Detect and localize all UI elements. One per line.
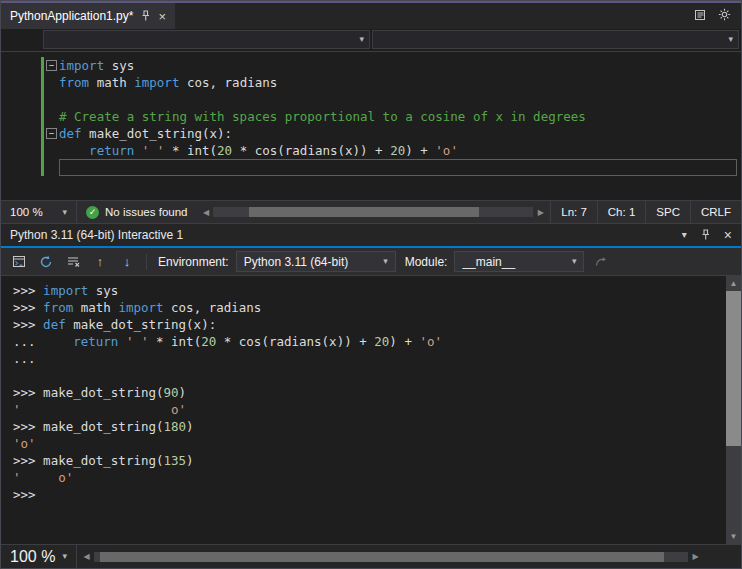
chevron-down-icon: ▾ xyxy=(62,552,67,561)
scroll-down-icon[interactable]: ▼ xyxy=(726,529,741,544)
zoom-control[interactable]: 100 % ▾ xyxy=(1,201,77,223)
interactive-window-titlebar[interactable]: Python 3.11 (64-bit) Interactive 1 ▾ × xyxy=(1,223,741,248)
interactive-console[interactable]: >>> import sys>>> from math import cos, … xyxy=(1,276,726,544)
issues-text: No issues found xyxy=(105,206,187,218)
environment-value: Python 3.11 (64-bit) xyxy=(244,255,349,269)
code-line[interactable]: −import sys xyxy=(1,57,741,74)
console-vertical-scrollbar[interactable]: ▲ ▼ xyxy=(726,276,741,544)
scrollbar-corner xyxy=(705,545,741,568)
window-list-icon[interactable] xyxy=(694,7,706,25)
module-label: Module: xyxy=(405,255,448,269)
clear-screen-icon[interactable] xyxy=(63,252,83,272)
interactive-toolbar: ↑ ↓ Environment: Python 3.11 (64-bit) ▾ … xyxy=(1,248,741,276)
chevron-down-icon: ▾ xyxy=(359,35,364,44)
code-line[interactable]: return ' ' * int(20 * cos(radians(x)) + … xyxy=(1,142,741,159)
chevron-down-icon: ▾ xyxy=(728,35,733,44)
console-line[interactable]: >>> make_dot_string(135) xyxy=(13,452,726,469)
console-line[interactable]: >>> import sys xyxy=(13,282,726,299)
scroll-right-icon[interactable]: ▶ xyxy=(534,208,547,217)
history-next-icon[interactable]: ↓ xyxy=(117,252,137,272)
interactive-status-bar: 100 % ▾ ◀ ▶ xyxy=(1,544,741,568)
scrollbar-thumb[interactable] xyxy=(249,207,479,217)
zoom-control[interactable]: 100 % ▾ xyxy=(1,545,77,568)
code-line[interactable]: from math import cos, radians xyxy=(1,74,741,91)
window-menu-chevron-icon[interactable]: ▾ xyxy=(682,230,687,240)
scrollbar-track[interactable] xyxy=(726,291,741,529)
close-icon[interactable]: × xyxy=(724,228,732,242)
interactive-titlebar-controls: ▾ × xyxy=(682,228,732,242)
scroll-left-icon[interactable]: ◀ xyxy=(199,208,212,217)
chevron-down-icon: ▾ xyxy=(62,208,67,217)
console-horizontal-scrollbar[interactable]: ◀ ▶ xyxy=(77,545,705,568)
console-line[interactable]: ... return ' ' * int(20 * cos(radians(x)… xyxy=(13,333,726,350)
editor-horizontal-scrollbar[interactable]: ◀ ▶ xyxy=(196,201,550,223)
editor-status-bar: 100 % ▾ ✓ No issues found ◀ ▶ Ln: 7 Ch: … xyxy=(1,200,741,223)
navbar-project-dropdown[interactable]: ▾ xyxy=(43,30,370,49)
status-line-ending: CRLF xyxy=(690,201,741,223)
scroll-right-icon[interactable]: ▶ xyxy=(689,552,702,561)
interactive-window-icon[interactable] xyxy=(9,252,29,272)
code-line[interactable] xyxy=(1,159,741,176)
history-previous-icon[interactable]: ↑ xyxy=(90,252,110,272)
code-editor[interactable]: −import sysfrom math import cos, radians… xyxy=(1,52,741,200)
tab-pythonapplication1[interactable]: PythonApplication1.py* × xyxy=(1,3,175,29)
scrollbar-track[interactable] xyxy=(213,207,533,217)
console-line[interactable] xyxy=(13,367,726,384)
code-line[interactable]: # Create a string with spaces proportion… xyxy=(1,108,741,125)
fold-collapse-icon[interactable]: − xyxy=(46,60,57,71)
environment-dropdown[interactable]: Python 3.11 (64-bit) ▾ xyxy=(236,251,396,272)
console-line[interactable]: >>> def make_dot_string(x): xyxy=(13,316,726,333)
zoom-level: 100 % xyxy=(10,206,43,218)
editor-navigation-bar: ▾ ▾ xyxy=(1,29,741,52)
scrollbar-thumb[interactable] xyxy=(100,552,664,562)
console-line[interactable]: 'o' xyxy=(13,435,726,452)
fold-collapse-icon[interactable]: − xyxy=(46,128,57,139)
vs-window: PythonApplication1.py* × xyxy=(0,0,742,569)
reset-icon[interactable] xyxy=(36,252,56,272)
interactive-main: >>> import sys>>> from math import cos, … xyxy=(1,276,741,544)
zoom-level: 100 % xyxy=(10,548,55,566)
check-icon: ✓ xyxy=(86,206,99,219)
chevron-down-icon: ▾ xyxy=(572,257,577,266)
module-value: __main__ xyxy=(462,255,515,269)
chevron-down-icon: ▾ xyxy=(383,257,388,266)
console-line[interactable]: ... xyxy=(13,350,726,367)
console-line[interactable]: ' o' xyxy=(13,401,726,418)
code-line[interactable] xyxy=(1,91,741,108)
tab-title: PythonApplication1.py* xyxy=(10,9,133,23)
navbar-member-dropdown[interactable]: ▾ xyxy=(372,30,739,49)
code-line[interactable]: −def make_dot_string(x): xyxy=(1,125,741,142)
console-line[interactable]: >>> make_dot_string(180) xyxy=(13,418,726,435)
tab-bar-controls xyxy=(684,3,741,29)
scroll-up-icon[interactable]: ▲ xyxy=(726,276,741,291)
scrollbar-thumb[interactable] xyxy=(726,291,741,446)
console-line[interactable]: >>> make_dot_string(90) xyxy=(13,384,726,401)
status-line-number: Ln: 7 xyxy=(550,201,597,223)
toolbar-separator xyxy=(146,254,147,270)
interactive-window-title: Python 3.11 (64-bit) Interactive 1 xyxy=(10,228,183,242)
pin-icon[interactable] xyxy=(140,10,151,22)
scrollbar-track[interactable] xyxy=(94,552,688,562)
scroll-left-icon[interactable]: ◀ xyxy=(80,552,93,561)
environment-label: Environment: xyxy=(158,255,229,269)
document-tab-bar: PythonApplication1.py* × xyxy=(1,3,741,29)
console-line[interactable]: >>> xyxy=(13,486,726,503)
issues-indicator[interactable]: ✓ No issues found xyxy=(77,206,196,219)
pin-icon[interactable] xyxy=(700,229,711,241)
close-icon[interactable]: × xyxy=(158,10,166,23)
module-dropdown[interactable]: __main__ ▾ xyxy=(454,251,584,272)
console-line[interactable]: ' o' xyxy=(13,469,726,486)
status-spaces: SPC xyxy=(645,201,690,223)
status-column: Ch: 1 xyxy=(597,201,646,223)
console-line[interactable]: >>> from math import cos, radians xyxy=(13,299,726,316)
settings-gear-icon[interactable] xyxy=(718,7,731,25)
redo-icon[interactable] xyxy=(591,252,611,272)
